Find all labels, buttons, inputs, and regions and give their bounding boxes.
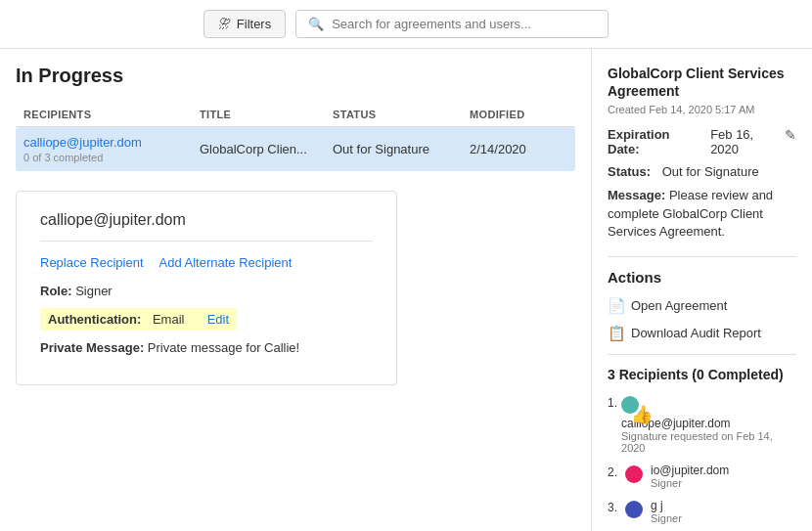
- status-value: [654, 164, 658, 179]
- detail-email: calliope@jupiter.dom: [40, 211, 373, 242]
- filters-label: Filters: [237, 17, 271, 31]
- toolbar: ⛈ Filters 🔍: [0, 0, 812, 49]
- recipient-3-name: g j: [651, 499, 682, 512]
- status-cell: Out for Signature: [333, 142, 470, 156]
- right-panel: GlobalCorp Client Services Agreement Cre…: [592, 49, 812, 531]
- modified-cell: 2/14/2020: [470, 142, 567, 156]
- status-row: Status: Out for Signature: [608, 164, 796, 179]
- title-cell: GlobalCorp Clien...: [200, 142, 333, 156]
- auth-value: [145, 312, 149, 327]
- col-header-status: STATUS: [333, 109, 470, 120]
- recipient-1-avatar: [621, 396, 639, 414]
- expiration-label: Expiration Date:: [608, 127, 699, 156]
- recipient-1-number: 1.: [608, 396, 617, 410]
- audit-icon: 📋: [608, 325, 623, 342]
- message-label: Message:: [608, 188, 665, 202]
- auth-row: Authentication: Email Edit: [40, 308, 373, 331]
- private-value-text: Private message for Callie!: [148, 340, 299, 355]
- role-value-text: Signer: [75, 284, 113, 298]
- replace-recipient-link[interactable]: Replace Recipient: [40, 255, 144, 270]
- status-label: Status:: [608, 164, 651, 179]
- search-icon: 🔍: [308, 17, 324, 31]
- role-label: Role:: [40, 284, 72, 298]
- download-audit-label: Download Audit Report: [631, 326, 761, 340]
- document-icon: 📄: [608, 297, 623, 315]
- detail-links: Replace Recipient Add Alternate Recipien…: [40, 255, 373, 270]
- search-bar: 🔍: [295, 10, 609, 38]
- message-row: Message: Please review and complete Glob…: [608, 187, 796, 241]
- recipient-email: calliope@jupiter.dom: [23, 135, 200, 150]
- download-audit-action[interactable]: 📋 Download Audit Report: [608, 325, 796, 342]
- recipients-title: 3 Recipients (0 Completed): [608, 367, 796, 382]
- col-header-modified: MODIFIED: [470, 109, 567, 120]
- agreement-created: Created Feb 14, 2020 5:17 AM: [608, 104, 796, 115]
- recipient-3-avatar: [625, 501, 643, 518]
- expiration-row: Expiration Date: Feb 16, 2020 ✎: [608, 127, 796, 156]
- recipient-3-info: g j Signer: [651, 499, 682, 524]
- recipient-2-avatar: [625, 465, 643, 483]
- expiration-edit-icon[interactable]: ✎: [785, 127, 796, 143]
- main-layout: In Progress RECIPIENTS TITLE STATUS MODI…: [0, 49, 812, 531]
- recipient-2-info: io@jupiter.dom Signer: [651, 464, 729, 489]
- col-header-recipients: RECIPIENTS: [23, 109, 200, 120]
- auth-value-text: Email: [153, 312, 185, 327]
- auth-label: Authentication:: [48, 312, 141, 327]
- recipient-3-number: 3.: [608, 501, 617, 514]
- recipient-1-name: calliope@jupiter.dom: [621, 417, 796, 430]
- expiration-value: [703, 127, 707, 142]
- agreement-title: GlobalCorp Client Services Agreement: [608, 65, 796, 100]
- open-agreement-label: Open Agreement: [631, 298, 727, 313]
- role-row: Role: Signer: [40, 284, 373, 298]
- recipient-item-3: 3. g j Signer: [608, 499, 796, 524]
- recipient-cell: calliope@jupiter.dom 0 of 3 completed: [23, 135, 200, 163]
- expiration-value-text: Feb 16, 2020: [710, 127, 781, 156]
- actions-title: Actions: [608, 269, 796, 286]
- recipient-2-number: 2.: [608, 465, 617, 479]
- divider-1: [608, 256, 796, 257]
- open-agreement-action[interactable]: 📄 Open Agreement: [608, 297, 796, 315]
- recipient-2-sub: Signer: [651, 477, 729, 489]
- filters-button[interactable]: ⛈ Filters: [203, 10, 286, 38]
- recipient-1-avatar-wrapper: 👍: [621, 394, 639, 414]
- filter-icon: ⛈: [218, 17, 231, 31]
- status-value-text: Out for Signature: [662, 164, 759, 179]
- private-label: Private Message:: [40, 340, 144, 355]
- left-panel: In Progress RECIPIENTS TITLE STATUS MODI…: [0, 49, 592, 531]
- recipient-item-2: 2. io@jupiter.dom Signer: [608, 464, 796, 489]
- divider-2: [608, 354, 796, 355]
- agreements-table: RECIPIENTS TITLE STATUS MODIFIED calliop…: [16, 103, 575, 171]
- recipient-2-name: io@jupiter.dom: [651, 464, 729, 477]
- spacer: [196, 312, 203, 327]
- private-message-row: Private Message: Private message for Cal…: [40, 340, 373, 355]
- recipient-1-sub: Signature requested on Feb 14, 2020: [621, 430, 796, 454]
- search-input[interactable]: [332, 17, 596, 31]
- recipient-3-sub: Signer: [651, 512, 682, 524]
- auth-edit-link[interactable]: Edit: [207, 312, 229, 327]
- add-alternate-link[interactable]: Add Alternate Recipient: [159, 255, 293, 270]
- table-row[interactable]: calliope@jupiter.dom 0 of 3 completed Gl…: [16, 127, 575, 171]
- section-title: In Progress: [16, 65, 575, 87]
- detail-popup: calliope@jupiter.dom Replace Recipient A…: [16, 191, 397, 385]
- recipient-sub: 0 of 3 completed: [23, 152, 200, 163]
- auth-highlight: Authentication: Email Edit: [40, 308, 237, 331]
- table-header: RECIPIENTS TITLE STATUS MODIFIED: [16, 103, 575, 127]
- col-header-title: TITLE: [200, 109, 333, 120]
- recipient-item-1: 1. 👍 calliope@jupiter.dom Signature requ…: [608, 394, 796, 454]
